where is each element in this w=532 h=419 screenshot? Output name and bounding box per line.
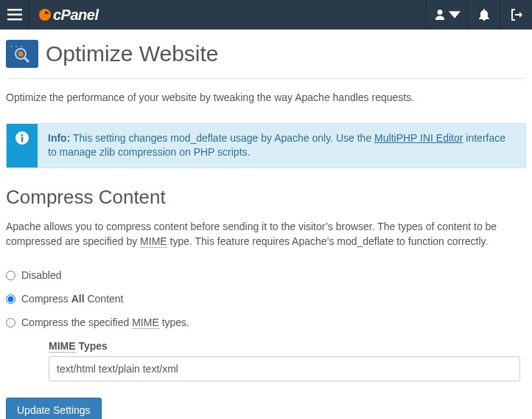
cpanel-logo-icon [38, 8, 52, 21]
brand-text: cPanel [53, 7, 98, 24]
all-pre: Compress [21, 293, 71, 305]
user-icon [434, 9, 446, 21]
radio-compress-all[interactable] [6, 294, 15, 304]
compress-section-description: Apache allows you to compress content be… [6, 219, 526, 249]
svg-rect-1 [7, 14, 22, 16]
info-icon [15, 131, 29, 145]
option-compress-specified[interactable]: Compress the specified MIME types. [6, 316, 526, 328]
nav-right [426, 0, 532, 30]
radio-disabled-label[interactable]: Disabled [21, 269, 61, 281]
mime-types-label: MIME Types [49, 340, 520, 352]
all-post: Content [85, 293, 124, 305]
multiphp-ini-editor-link[interactable]: MultiPHP INI Editor [374, 132, 463, 144]
page-icon: • • • [6, 40, 38, 68]
mime-types-input[interactable] [49, 356, 520, 381]
mime-types-abbr: MIME [49, 340, 76, 353]
svg-rect-0 [7, 9, 22, 11]
mime-abbr: MIME [140, 235, 167, 248]
brand-logo[interactable]: cPanel [38, 7, 98, 24]
logout-button[interactable] [500, 0, 532, 30]
info-label: Info: [48, 132, 70, 144]
info-callout: Info: This setting changes mod_deflate u… [6, 123, 526, 168]
option-compress-all[interactable]: Compress All Content [6, 293, 526, 305]
info-text-before: This setting changes mod_deflate usage b… [70, 132, 374, 144]
page-title: Optimize Website [46, 41, 219, 66]
compress-desc-post: type. This feature requires Apache’s mod… [167, 235, 489, 247]
mime-types-label-post: Types [76, 340, 108, 352]
hamburger-icon [7, 9, 22, 21]
top-navbar: cPanel [0, 0, 532, 30]
radio-compress-specified[interactable] [6, 318, 15, 328]
svg-rect-2 [7, 18, 22, 21]
bell-icon [478, 9, 490, 21]
radio-compress-specified-label[interactable]: Compress the specified MIME types. [21, 316, 189, 328]
logout-icon [511, 9, 522, 21]
mime-types-subsection: MIME Types [49, 340, 520, 381]
update-settings-button[interactable]: Update Settings [6, 398, 102, 419]
main-container: • • • Optimize Website Optimize the perf… [0, 30, 532, 419]
svg-line-5 [24, 58, 29, 62]
user-menu-button[interactable] [426, 0, 467, 30]
option-disabled[interactable]: Disabled [6, 269, 526, 281]
svg-point-7 [21, 134, 23, 136]
menu-toggle-button[interactable] [0, 0, 29, 30]
info-icon-container [7, 124, 38, 167]
spec-post: types. [159, 316, 189, 328]
all-bold: All [71, 293, 85, 305]
radio-compress-all-label[interactable]: Compress All Content [21, 293, 124, 305]
svg-point-4 [18, 52, 24, 57]
caret-down-icon [449, 9, 461, 21]
spec-pre: Compress the specified [21, 316, 132, 328]
spec-mime-abbr: MIME [132, 316, 159, 329]
info-callout-body: Info: This setting changes mod_deflate u… [38, 124, 525, 167]
compress-section-title: Compress Content [6, 186, 526, 209]
page-description: Optimize the performance of your website… [6, 91, 526, 105]
nav-left: cPanel [0, 0, 98, 30]
radio-disabled[interactable] [6, 271, 15, 280]
svg-rect-8 [21, 136, 24, 142]
notifications-button[interactable] [467, 0, 500, 30]
page-header: • • • Optimize Website [6, 37, 526, 79]
